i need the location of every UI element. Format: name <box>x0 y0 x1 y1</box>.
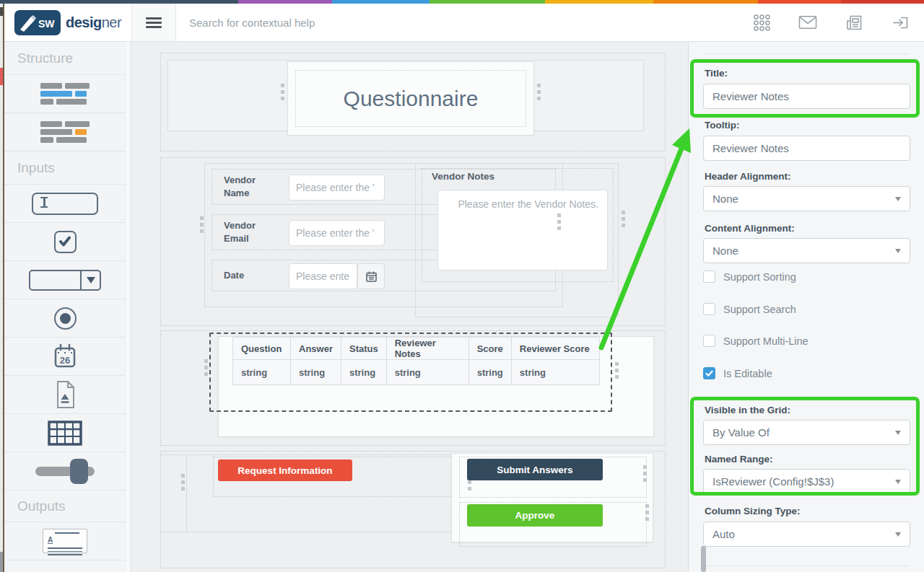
component-palette: Structure Inputs <box>4 42 131 572</box>
palette-item-slider[interactable] <box>4 452 126 490</box>
properties-panel: Title: Tooltip: Header Alignment: None C… <box>688 42 924 572</box>
questions-table[interactable]: Question Answer Status Reviewer Notes Sc… <box>232 337 600 385</box>
column-header[interactable]: Reviewer Notes <box>386 338 468 360</box>
background-window-sliver <box>0 0 4 572</box>
palette-item-text-output[interactable]: A <box>4 522 126 560</box>
search-input[interactable] <box>189 17 550 29</box>
drag-handle[interactable] <box>537 84 541 100</box>
column-header[interactable]: Answer <box>291 338 341 360</box>
logo-wordmark-bold: desig <box>66 14 102 30</box>
selected-value: None <box>712 193 738 205</box>
menu-toggle-button[interactable] <box>131 4 176 41</box>
table-cell[interactable]: string <box>511 360 599 385</box>
drag-handle[interactable] <box>645 504 649 521</box>
panel-scrollbar-thumb[interactable] <box>701 546 706 572</box>
table-header-row: Question Answer Status Reviewer Notes Sc… <box>233 338 600 360</box>
submit-answers-button[interactable]: Submit Answers <box>467 459 603 480</box>
table-data-row: string string string string string strin… <box>233 360 600 385</box>
news-icon[interactable] <box>845 14 863 31</box>
table-icon <box>48 421 82 446</box>
vendor-email-label: Vendor Email <box>224 219 276 245</box>
request-information-button[interactable]: Request Information <box>218 459 352 481</box>
mail-icon[interactable] <box>798 14 817 31</box>
checkbox-label: Support Multi-Line <box>723 335 808 347</box>
section-label: Inputs <box>17 160 55 176</box>
strip-segment <box>545 0 653 4</box>
section-label: Structure <box>17 50 73 66</box>
column-header[interactable]: Question <box>233 338 291 360</box>
column-sizing-select[interactable]: Auto <box>703 522 910 547</box>
palette-item-radio[interactable] <box>4 299 126 338</box>
tooltip-input[interactable] <box>703 136 910 161</box>
checkbox-label: Support Search <box>723 304 796 315</box>
palette-item-datepicker[interactable]: 26 <box>4 338 126 376</box>
table-cell[interactable]: string <box>291 360 341 385</box>
strip-segment <box>653 0 758 4</box>
column-header[interactable]: Status <box>341 338 386 360</box>
content-alignment-select[interactable]: None <box>703 238 910 263</box>
palette-item-table-output[interactable] <box>4 560 126 572</box>
tooltip-label: Tooltip: <box>705 120 739 131</box>
table-cell[interactable]: string <box>386 360 468 385</box>
support-multiline-checkbox[interactable]: Support Multi-Line <box>703 335 808 347</box>
table-cell[interactable]: string <box>468 360 511 385</box>
palette-item-structure-rows-blue[interactable] <box>4 75 126 113</box>
chevron-down-icon <box>895 480 901 484</box>
vendor-name-label: Vendor Name <box>224 174 276 199</box>
strip-segment <box>332 0 430 4</box>
palette-item-textbox[interactable] <box>4 185 126 223</box>
palette-item-checkbox[interactable] <box>4 223 126 261</box>
palette-section-outputs: Outputs <box>4 490 126 522</box>
sidebar-scrollbar[interactable] <box>125 42 130 572</box>
column-header[interactable]: Reviewer Score <box>511 338 599 360</box>
title-input[interactable] <box>703 84 910 109</box>
table-cell[interactable]: string <box>341 360 386 385</box>
drag-handle[interactable] <box>643 465 647 482</box>
checkbox-box-checked <box>703 367 715 379</box>
vendor-name-input[interactable]: Please enter the ' <box>289 175 385 201</box>
brush-logo-icon: SW <box>14 10 61 35</box>
drag-handle[interactable] <box>557 214 561 230</box>
chevron-down-icon <box>895 249 901 253</box>
drag-handle[interactable] <box>622 211 625 227</box>
textbox-icon <box>32 193 98 215</box>
palette-item-dropdown[interactable] <box>4 261 126 299</box>
table-cell[interactable]: string <box>233 360 291 385</box>
datepicker-icon: 26 <box>51 342 79 371</box>
drag-handle[interactable] <box>181 474 185 490</box>
text-output-icon: A <box>43 529 87 553</box>
palette-item-table[interactable] <box>4 414 126 452</box>
drag-handle[interactable] <box>200 216 204 233</box>
date-label: Date <box>224 269 276 282</box>
vendor-notes-widget[interactable] <box>422 168 614 282</box>
questionnaire-title-widget[interactable]: Questionnaire <box>287 61 534 136</box>
visible-grid-select[interactable]: By Value Of <box>703 420 910 445</box>
palette-item-file-upload[interactable] <box>4 376 126 414</box>
drag-handle[interactable] <box>615 362 619 379</box>
palette-item-structure-rows-orange[interactable] <box>4 113 126 151</box>
topbar-icon-group <box>752 4 924 41</box>
named-range-select[interactable]: IsReviewer (Config!$J$3) <box>703 469 910 494</box>
drag-handle[interactable] <box>281 84 284 100</box>
support-sorting-checkbox[interactable]: Support Sorting <box>703 270 796 283</box>
selected-value: IsReviewer (Config!$J$3) <box>712 475 834 488</box>
date-picker-button[interactable] <box>357 263 385 289</box>
support-search-checkbox[interactable]: Support Search <box>703 303 796 315</box>
approve-button[interactable]: Approve <box>467 504 603 527</box>
hamburger-icon <box>146 15 162 30</box>
column-header[interactable]: Score <box>468 338 511 360</box>
strip-segment <box>758 0 841 4</box>
logo-wordmark: designer <box>66 14 121 31</box>
app-logo[interactable]: SW designer <box>4 4 131 41</box>
chevron-down-icon <box>895 532 901 537</box>
drag-handle[interactable] <box>204 359 208 376</box>
apps-grid-icon[interactable] <box>752 14 771 31</box>
logout-icon[interactable] <box>891 14 910 31</box>
date-input[interactable]: Please ente <box>289 263 357 289</box>
is-editable-checkbox[interactable]: Is Editable <box>703 367 772 379</box>
svg-text:26: 26 <box>60 355 70 366</box>
header-alignment-select[interactable]: None <box>703 186 910 211</box>
radio-icon <box>54 307 77 330</box>
vendor-notes-group[interactable]: Vendor Notes Please enter the Vendor Not… <box>415 163 619 317</box>
vendor-email-input[interactable]: Please enter the ' <box>289 220 385 246</box>
